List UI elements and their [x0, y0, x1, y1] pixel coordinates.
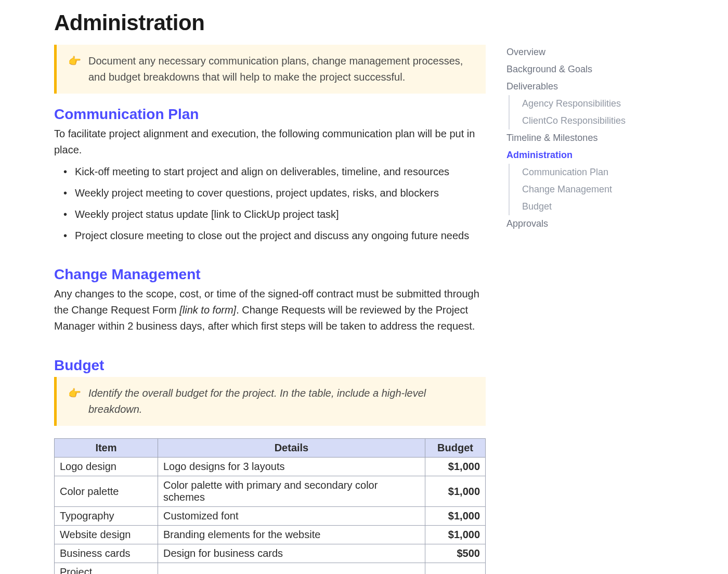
toc-link[interactable]: Approvals [506, 215, 642, 232]
pointing-hand-icon: 👉 [68, 385, 81, 418]
table-row: Business cardsDesign for business cards$… [55, 544, 486, 563]
cell-amount: $1,000 [425, 476, 485, 507]
toc-link[interactable]: Communication Plan [509, 164, 642, 181]
list-item-text: Project closure meeting to close out the… [75, 230, 469, 241]
list-item: Weekly project meeting to cover question… [54, 182, 486, 204]
cell-details: Weekly project meetings for the duration… [158, 563, 425, 575]
cell-amount: $1,000 [425, 458, 485, 476]
toc-link[interactable]: Background & Goals [506, 61, 642, 78]
callout-budget: 👉 Identify the overall budget for the pr… [54, 377, 486, 426]
cell-item: Website design [55, 526, 158, 544]
callout-admin: 👉 Document any necessary communication p… [54, 45, 486, 94]
table-row: Project managementWeekly project meeting… [55, 563, 486, 575]
comm-plan-list: Kick-off meeting to start project and al… [54, 161, 486, 246]
callout-text: Document any necessary communication pla… [88, 53, 474, 85]
cell-item: Typography [55, 507, 158, 526]
col-budget: Budget [425, 439, 485, 458]
budget-table: Item Details Budget Logo designLogo desi… [54, 438, 486, 574]
list-item: Kick-off meeting to start project and al… [54, 161, 486, 182]
inline-link-placeholder[interactable]: [link to form] [179, 304, 236, 316]
change-mgmt-text: Any changes to the scope, cost, or time … [54, 286, 486, 334]
comm-plan-intro: To facilitate project alignment and exec… [54, 126, 486, 158]
toc-link[interactable]: Change Management [509, 181, 642, 198]
list-item: Project closure meeting to close out the… [54, 225, 486, 246]
toc-link[interactable]: ClientCo Responsibilities [509, 112, 642, 129]
cell-details: Color palette with primary and secondary… [158, 476, 425, 507]
main-content: Administration 👉 Document any necessary … [54, 10, 486, 574]
section-communication-plan: Communication Plan [54, 106, 486, 123]
list-item-text: Weekly project meeting to cover question… [75, 187, 439, 199]
table-row: Logo designLogo designs for 3 layouts$1,… [55, 458, 486, 476]
table-header-row: Item Details Budget [55, 439, 486, 458]
toc-link[interactable]: Deliverables [506, 78, 642, 95]
table-row: TypographyCustomized font$1,000 [55, 507, 486, 526]
list-item: Weekly project status update [link to Cl… [54, 204, 486, 225]
pointing-hand-icon: 👉 [68, 53, 81, 85]
cell-details: Branding elements for the website [158, 526, 425, 544]
toc-link[interactable]: Administration [506, 147, 642, 164]
col-details: Details [158, 439, 425, 458]
toc-link[interactable]: Timeline & Milestones [506, 129, 642, 147]
cell-item: Project management [55, 563, 158, 575]
cell-amount: $500 [425, 544, 485, 563]
cell-item: Business cards [55, 544, 158, 563]
toc-link[interactable]: Budget [509, 198, 642, 215]
section-change-management: Change Management [54, 266, 486, 283]
table-of-contents: OverviewBackground & GoalsDeliverablesAg… [506, 10, 642, 574]
inline-link-placeholder[interactable]: [link to ClickUp project task] [211, 208, 339, 220]
toc-link[interactable]: Overview [506, 44, 642, 61]
cell-item: Color palette [55, 476, 158, 507]
cell-details: Logo designs for 3 layouts [158, 458, 425, 476]
toc-link[interactable]: Agency Responsibilities [509, 95, 642, 112]
list-item-text: Kick-off meeting to start project and al… [75, 166, 449, 177]
page-title: Administration [54, 10, 486, 35]
cell-amount: $1,000 [425, 507, 485, 526]
cell-details: Design for business cards [158, 544, 425, 563]
list-item-text: Weekly project status update [75, 208, 211, 220]
cell-details: Customized font [158, 507, 425, 526]
cell-item: Logo design [55, 458, 158, 476]
table-row: Website designBranding elements for the … [55, 526, 486, 544]
cell-amount: $1,000 [425, 526, 485, 544]
table-row: Color paletteColor palette with primary … [55, 476, 486, 507]
col-item: Item [55, 439, 158, 458]
cell-amount: $1,000 [425, 563, 485, 575]
callout-text: Identify the overall budget for the proj… [88, 385, 474, 418]
section-budget: Budget [54, 357, 486, 374]
